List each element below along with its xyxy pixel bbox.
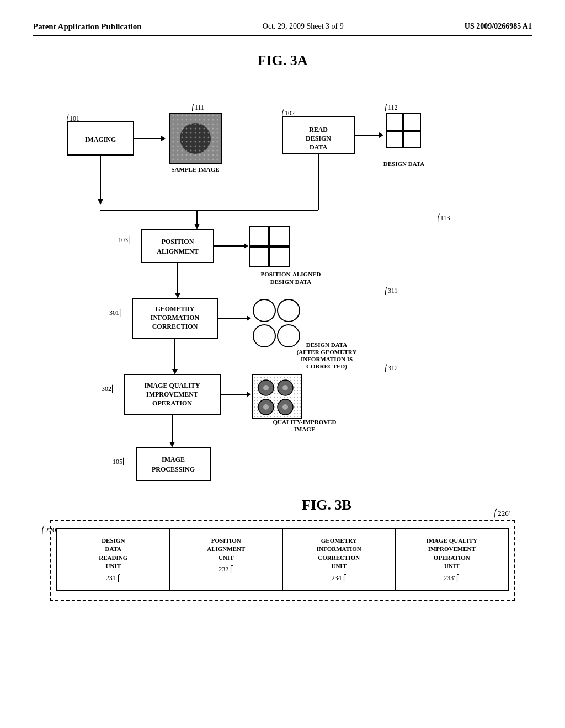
svg-point-79 [263, 404, 269, 410]
svg-text:⎛111: ⎛111 [191, 103, 204, 112]
svg-point-75 [258, 399, 274, 415]
svg-rect-24 [404, 131, 420, 148]
svg-marker-62 [172, 369, 178, 374]
svg-rect-23 [386, 131, 403, 148]
svg-marker-69 [247, 392, 251, 397]
svg-marker-19 [379, 132, 383, 138]
svg-text:GEOMETRY: GEOMETRY [156, 305, 195, 313]
svg-text:⎛102: ⎛102 [281, 109, 295, 117]
svg-marker-35 [244, 243, 248, 249]
unit-ref-4: 233'⎧ [399, 574, 505, 582]
svg-marker-51 [247, 315, 251, 321]
svg-text:IMPROVEMENT: IMPROVEMENT [146, 390, 198, 398]
svg-rect-85 [136, 447, 211, 480]
svg-text:ALIGNMENT: ALIGNMENT [157, 248, 198, 255]
svg-text:INFORMATION: INFORMATION [151, 314, 200, 322]
svg-text:105⎜: 105⎜ [113, 457, 126, 466]
svg-text:DESIGN DATA: DESIGN DATA [306, 341, 348, 348]
svg-text:READ: READ [309, 126, 328, 133]
svg-text:POSITION: POSITION [162, 238, 194, 245]
svg-point-55 [253, 325, 275, 347]
fig3b-section: FIG. 3B ⎛220 ⎛226' DESIGNDATAREADINGUNIT… [33, 497, 532, 601]
svg-text:⎛312: ⎛312 [385, 363, 398, 372]
fig3b-title: FIG. 3B [77, 497, 565, 513]
fig3b-dashed-border: DESIGNDATAREADINGUNIT 231⎧ POSITIONALIGN… [50, 520, 515, 601]
svg-rect-40 [270, 247, 289, 266]
svg-text:DESIGN DATA: DESIGN DATA [270, 279, 312, 285]
unit-label-3: GEOMETRYINFORMATIONCORRECTIONUNIT [286, 537, 392, 571]
svg-text:POSITION-ALIGNED: POSITION-ALIGNED [261, 271, 321, 277]
svg-point-53 [253, 299, 275, 322]
svg-text:DATA: DATA [310, 143, 328, 151]
svg-text:IMAGE QUALITY: IMAGE QUALITY [144, 382, 200, 389]
svg-rect-0 [67, 122, 134, 155]
svg-rect-13 [282, 116, 354, 154]
svg-text:⎛112: ⎛112 [385, 103, 398, 112]
unit-geometry-correction: GEOMETRYINFORMATIONCORRECTIONUNIT 234⎧ [283, 529, 396, 590]
svg-text:⎛113: ⎛113 [437, 213, 450, 222]
unit-ref-1: 231⎧ [61, 574, 166, 582]
svg-text:103⎜: 103⎜ [118, 235, 131, 244]
svg-rect-45 [132, 298, 218, 338]
svg-rect-22 [404, 114, 420, 130]
unit-image-quality: IMAGE QUALITYIMPROVEMENTOPERATIONUNIT 23… [396, 529, 508, 590]
svg-marker-4 [161, 136, 166, 141]
svg-rect-72 [252, 374, 302, 419]
svg-marker-12 [98, 199, 103, 205]
page-header: Patent Application Publication Oct. 29, … [33, 22, 532, 36]
svg-text:SAMPLE IMAGE: SAMPLE IMAGE [171, 166, 219, 173]
header-right: US 2009/0266985 A1 [465, 22, 532, 31]
svg-rect-30 [142, 229, 214, 263]
fig3b-inner-ref: ⎛226' [494, 509, 510, 518]
svg-text:IMAGE: IMAGE [162, 456, 185, 463]
svg-marker-84 [169, 442, 175, 447]
svg-text:DESIGN DATA: DESIGN DATA [383, 160, 425, 167]
unit-position-alignment: POSITIONALIGNMENTUNIT 232⎧ [170, 529, 284, 590]
svg-text:⎛311: ⎛311 [385, 286, 398, 295]
svg-text:⎛101: ⎛101 [66, 114, 79, 123]
svg-text:CORRECTED): CORRECTED) [306, 363, 347, 370]
svg-point-7 [180, 123, 211, 154]
unit-ref-2: 232⎧ [174, 565, 279, 574]
svg-text:301⎜: 301⎜ [109, 308, 122, 317]
svg-text:INFORMATION IS: INFORMATION IS [301, 356, 353, 362]
svg-text:OPERATION: OPERATION [152, 399, 192, 407]
unit-design-data-reading: DESIGNDATAREADINGUNIT 231⎧ [57, 529, 170, 590]
unit-ref-3: 234⎧ [286, 574, 392, 582]
svg-marker-44 [175, 293, 180, 298]
fig3a-title: FIG. 3A [33, 52, 532, 69]
svg-rect-6 [169, 114, 222, 163]
svg-rect-63 [124, 374, 221, 414]
svg-point-77 [263, 385, 269, 390]
fig3b-outer-ref: ⎛220 [41, 526, 56, 534]
fig3a-diagram: IMAGING ⎛101 ⎛111 SAMPLE IMAGE [33, 78, 532, 508]
unit-label-4: IMAGE QUALITYIMPROVEMENTOPERATIONUNIT [399, 537, 505, 571]
svg-rect-39 [249, 247, 269, 266]
svg-rect-38 [270, 227, 289, 246]
svg-point-78 [282, 385, 288, 390]
svg-text:302⎜: 302⎜ [102, 384, 115, 393]
svg-text:QUALITY-IMPROVED: QUALITY-IMPROVED [273, 419, 336, 425]
svg-text:IMAGING: IMAGING [85, 136, 116, 143]
svg-text:PROCESSING: PROCESSING [152, 465, 195, 473]
svg-text:IMAGE: IMAGE [294, 426, 316, 432]
svg-point-73 [258, 380, 274, 395]
svg-point-54 [278, 299, 300, 322]
svg-text:CORRECTION: CORRECTION [152, 323, 198, 330]
header-left: Patent Application Publication [33, 22, 142, 31]
svg-rect-8 [169, 114, 222, 163]
svg-rect-37 [249, 227, 269, 246]
header-center: Oct. 29, 2009 Sheet 3 of 9 [263, 22, 344, 31]
page: Patent Application Publication Oct. 29, … [0, 0, 565, 728]
fig3b-inner-border: DESIGNDATAREADINGUNIT 231⎧ POSITIONALIGN… [56, 528, 509, 591]
svg-text:DESIGN: DESIGN [306, 135, 331, 142]
unit-label-2: POSITIONALIGNMENTUNIT [174, 537, 279, 562]
unit-label-1: DESIGNDATAREADINGUNIT [61, 537, 166, 571]
svg-marker-29 [194, 224, 200, 229]
svg-text:(AFTER GEOMETRY: (AFTER GEOMETRY [297, 349, 357, 356]
svg-point-56 [278, 325, 300, 347]
svg-point-74 [278, 380, 293, 395]
svg-point-80 [282, 404, 288, 410]
svg-rect-21 [386, 114, 403, 130]
svg-point-76 [278, 399, 293, 415]
